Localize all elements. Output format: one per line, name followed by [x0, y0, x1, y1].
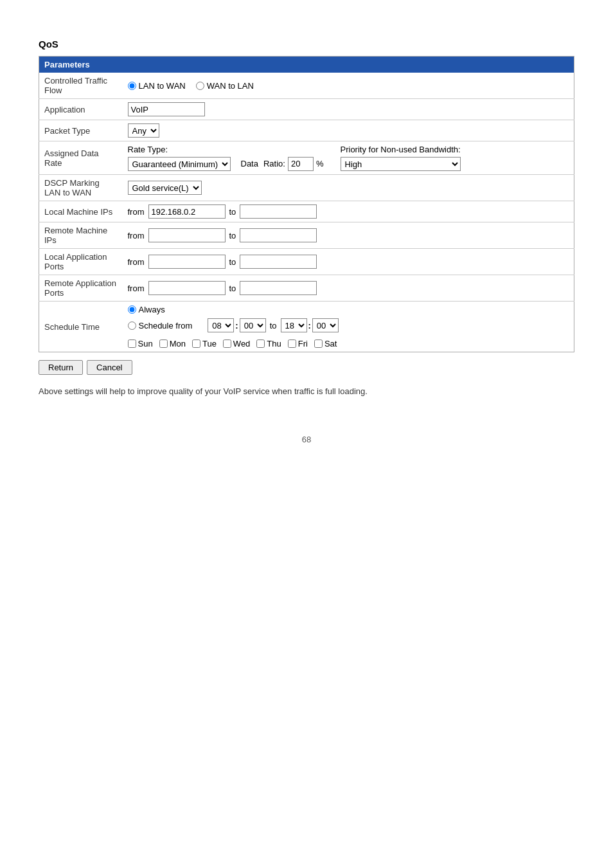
radio-schedule-from-input[interactable] [128, 321, 136, 330]
radio-lan-to-wan[interactable]: LAN to WAN [128, 81, 186, 91]
day-mon[interactable]: Mon [159, 339, 186, 348]
priority-select[interactable]: High Medium Low [341, 157, 461, 171]
rate-type-label: Rate Type: [128, 145, 231, 154]
info-text: Above settings will help to improve qual… [39, 386, 574, 396]
content-assigned-data-rate: Rate Type: Guaranteed (Minimum) Maximum … [123, 141, 574, 175]
content-schedule-time: Always Schedule from 08 00010203 [123, 302, 574, 352]
checkbox-tue[interactable] [192, 339, 200, 348]
row-remote-app-ports: Remote Application Ports from to [39, 275, 574, 302]
local-machine-from-input[interactable] [148, 204, 226, 219]
colon-to: : [308, 321, 311, 330]
row-local-app-ports: Local Application Ports from to [39, 249, 574, 275]
day-fri[interactable]: Fri [288, 339, 308, 348]
to-label-remote: to [229, 231, 236, 240]
application-input[interactable] [128, 102, 205, 116]
remote-port-from-input[interactable] [148, 281, 226, 295]
ratio-label: Ratio: [263, 159, 285, 168]
to-label-remote-port: to [229, 284, 236, 293]
content-application [123, 99, 574, 120]
return-button[interactable]: Return [39, 360, 83, 375]
row-schedule-time: Schedule Time Always Schedule fr [39, 302, 574, 352]
remote-machine-from-input[interactable] [148, 228, 226, 242]
day-thu[interactable]: Thu [256, 339, 281, 348]
content-dscp-marking: Gold service(L) Silver service Bronze se… [123, 175, 574, 201]
to-hour-select[interactable]: 18 00010203 04050607 08091011 12131415 1… [281, 318, 307, 332]
day-tue[interactable]: Tue [192, 339, 217, 348]
label-dscp-marking: DSCP Marking LAN to WAN [39, 175, 123, 201]
day-sun[interactable]: Sun [128, 339, 153, 348]
packet-type-select[interactable]: Any [128, 123, 159, 138]
content-local-app-ports: from to [123, 249, 574, 275]
from-min-select[interactable]: 00153045 [240, 318, 266, 332]
from-label-remote-port: from [128, 284, 145, 293]
radio-wan-to-lan[interactable]: WAN to LAN [196, 81, 254, 91]
always-label: Always [139, 305, 165, 314]
page-number: 68 [39, 435, 574, 444]
radio-lan-to-wan-label: LAN to WAN [139, 81, 186, 91]
local-port-from-input[interactable] [148, 255, 226, 269]
label-remote-app-ports: Remote Application Ports [39, 275, 123, 302]
remote-machine-to-input[interactable] [240, 228, 317, 242]
from-label-remote: from [128, 231, 145, 240]
to-text-schedule: to [270, 321, 277, 330]
label-controlled-traffic-flow: Controlled Traffic Flow [39, 73, 123, 99]
radio-lan-to-wan-input[interactable] [128, 82, 136, 90]
checkbox-thu[interactable] [256, 339, 265, 348]
cancel-button[interactable]: Cancel [87, 360, 132, 375]
day-sat[interactable]: Sat [314, 339, 337, 348]
priority-label: Priority for Non-used Bandwidth: [341, 145, 461, 154]
data-label: Data [241, 159, 258, 168]
content-local-machine-ips: from to [123, 201, 574, 222]
content-controlled-traffic-flow: LAN to WAN WAN to LAN [123, 73, 574, 99]
checkbox-mon[interactable] [159, 339, 168, 348]
content-remote-app-ports: from to [123, 275, 574, 302]
percent-sign: % [316, 159, 324, 168]
label-local-machine-ips: Local Machine IPs [39, 201, 123, 222]
row-packet-type: Packet Type Any [39, 120, 574, 141]
row-remote-machine-ips: Remote Machine IPs from to [39, 222, 574, 249]
schedule-from-label: Schedule from [139, 321, 193, 330]
day-sat-label: Sat [324, 339, 337, 348]
label-application: Application [39, 99, 123, 120]
content-remote-machine-ips: from to [123, 222, 574, 249]
checkbox-sun[interactable] [128, 339, 136, 348]
ratio-value-input[interactable] [288, 157, 314, 171]
radio-schedule-from[interactable]: Schedule from [128, 321, 193, 330]
radio-always[interactable]: Always [128, 305, 165, 314]
row-dscp-marking: DSCP Marking LAN to WAN Gold service(L) … [39, 175, 574, 201]
day-mon-label: Mon [170, 339, 186, 348]
radio-wan-to-lan-input[interactable] [196, 82, 204, 90]
label-assigned-data-rate: Assigned Data Rate [39, 141, 123, 175]
buttons-row: Return Cancel [39, 360, 574, 375]
to-label-local: to [229, 207, 236, 217]
colon-from: : [235, 321, 238, 330]
from-hour-select[interactable]: 08 00010203 04050607 09101112 13141516 1… [208, 318, 234, 332]
dscp-select[interactable]: Gold service(L) Silver service Bronze se… [128, 181, 202, 195]
checkbox-wed[interactable] [223, 339, 231, 348]
checkbox-sat[interactable] [314, 339, 323, 348]
radio-always-input[interactable] [128, 305, 136, 314]
page-title: QoS [39, 39, 574, 50]
from-label-local-port: from [128, 257, 145, 267]
row-assigned-data-rate: Assigned Data Rate Rate Type: Guaranteed… [39, 141, 574, 175]
day-wed[interactable]: Wed [223, 339, 251, 348]
local-machine-to-input[interactable] [240, 204, 317, 219]
checkbox-fri[interactable] [288, 339, 296, 348]
day-wed-label: Wed [233, 339, 251, 348]
day-thu-label: Thu [267, 339, 281, 348]
remote-port-to-input[interactable] [240, 281, 317, 295]
row-local-machine-ips: Local Machine IPs from to [39, 201, 574, 222]
label-remote-machine-ips: Remote Machine IPs [39, 222, 123, 249]
qos-table: Parameters Controlled Traffic Flow LAN t… [39, 56, 574, 352]
local-port-to-input[interactable] [240, 255, 317, 269]
radio-wan-to-lan-label: WAN to LAN [207, 81, 254, 91]
to-label-local-port: to [229, 257, 236, 267]
label-schedule-time: Schedule Time [39, 302, 123, 352]
to-min-select[interactable]: 00153045 [312, 318, 339, 332]
label-local-app-ports: Local Application Ports [39, 249, 123, 275]
table-header: Parameters [39, 57, 574, 73]
row-controlled-traffic-flow: Controlled Traffic Flow LAN to WAN WAN t… [39, 73, 574, 99]
row-application: Application [39, 99, 574, 120]
rate-type-select[interactable]: Guaranteed (Minimum) Maximum [128, 157, 231, 171]
day-fri-label: Fri [298, 339, 308, 348]
